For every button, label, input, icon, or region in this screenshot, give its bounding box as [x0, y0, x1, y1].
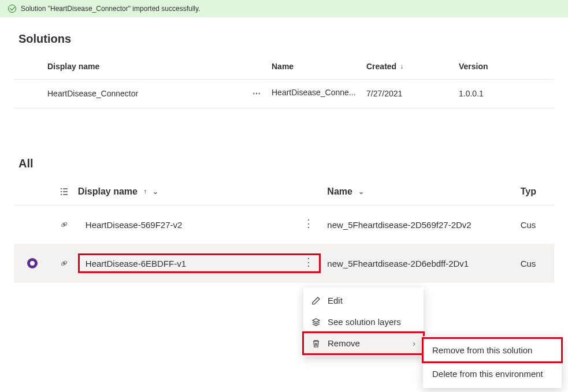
- menu-remove-label: Remove: [328, 338, 406, 348]
- col-display-name[interactable]: Display name: [47, 62, 272, 71]
- svg-point-7: [64, 224, 65, 226]
- comp-col-name[interactable]: Name ⌄: [327, 186, 520, 197]
- success-icon: [8, 5, 16, 13]
- comp-col-name-label: Name: [327, 186, 352, 197]
- notification-message: Solution "HeartDisease_Connector" import…: [21, 5, 200, 13]
- more-actions-icon[interactable]: ⋯: [253, 89, 272, 98]
- sort-asc-icon: ↑: [143, 188, 147, 196]
- component-row-selected[interactable]: HeartDisease-6EBDFF-v1 ⋮ new_5Fheartdise…: [14, 244, 554, 283]
- list-type-icon[interactable]: [51, 187, 78, 196]
- comp-col-type[interactable]: Typ: [521, 186, 554, 197]
- menu-edit[interactable]: Edit: [303, 290, 424, 311]
- context-menu: Edit See solution layers Remove ›: [303, 288, 424, 356]
- components-table: Display name ↑ ⌄ Name ⌄ Typ HeartDisease…: [0, 178, 568, 283]
- edit-icon: [311, 296, 321, 305]
- svg-point-9: [64, 263, 65, 264]
- menu-edit-label: Edit: [328, 296, 415, 305]
- sort-desc-icon: ↓: [400, 62, 403, 70]
- col-version[interactable]: Version: [459, 62, 551, 71]
- comp-col-display[interactable]: Display name ↑ ⌄: [78, 186, 328, 197]
- layers-icon: [311, 318, 321, 327]
- component-row[interactable]: HeartDisease-569F27-v2 ⋮ new_5Fheartdise…: [14, 206, 554, 244]
- components-header: Display name ↑ ⌄ Name ⌄ Typ: [14, 178, 554, 206]
- component-display-name: HeartDisease-569F27-v2: [86, 220, 302, 230]
- radio-checked-icon: [27, 258, 38, 268]
- component-name: new_5Fheartdisease-2D6ebdff-2Dv1: [327, 259, 520, 268]
- submenu-remove-from-solution[interactable]: Remove from this solution: [423, 338, 562, 362]
- solutions-heading: Solutions: [0, 17, 568, 54]
- col-created-label: Created: [366, 62, 396, 71]
- all-heading: All: [0, 109, 568, 178]
- comp-col-display-label: Display name: [78, 186, 138, 197]
- component-type: Cus: [521, 259, 554, 268]
- solution-version: 1.0.0.1: [459, 89, 551, 98]
- chevron-down-icon[interactable]: ⌄: [358, 188, 364, 196]
- solution-name: HeartDisease_Conne...: [272, 88, 356, 97]
- menu-layers[interactable]: See solution layers: [303, 311, 424, 333]
- connector-icon: [51, 259, 78, 268]
- submenu-remove-label: Remove from this solution: [432, 345, 552, 355]
- submenu: Remove from this solution Delete from th…: [423, 336, 562, 388]
- solutions-table-header: Display name Name Created ↓ Version: [14, 54, 554, 80]
- chevron-down-icon[interactable]: ⌄: [153, 188, 158, 196]
- col-name[interactable]: Name: [272, 62, 366, 71]
- more-actions-vertical-icon[interactable]: ⋮: [302, 218, 315, 231]
- component-type: Cus: [521, 220, 554, 230]
- solutions-table: Display name Name Created ↓ Version Hear…: [0, 54, 568, 109]
- highlight-annotation: HeartDisease-6EBDFF-v1 ⋮: [78, 253, 321, 273]
- connector-icon: [51, 220, 78, 229]
- more-actions-vertical-icon[interactable]: ⋮: [302, 257, 315, 270]
- menu-layers-label: See solution layers: [328, 317, 415, 327]
- solutions-table-row[interactable]: HeartDisease_Connector ⋯ HeartDisease_Co…: [14, 80, 554, 109]
- component-display-name: HeartDisease-6EBDFF-v1: [86, 259, 302, 268]
- solution-created: 7/27/2021: [366, 89, 459, 98]
- chevron-right-icon: ›: [413, 339, 415, 348]
- menu-remove[interactable]: Remove ›: [303, 333, 424, 354]
- solution-display-name: HeartDisease_Connector: [47, 89, 253, 98]
- trash-icon: [311, 339, 321, 348]
- component-name: new_5Fheartdisease-2D569f27-2Dv2: [327, 220, 520, 230]
- row-select-checked[interactable]: [14, 258, 51, 268]
- submenu-delete-from-environment[interactable]: Delete from this environment: [423, 362, 562, 386]
- notification-bar: Solution "HeartDisease_Connector" import…: [0, 0, 568, 17]
- col-created[interactable]: Created ↓: [366, 62, 459, 71]
- submenu-delete-label: Delete from this environment: [432, 369, 552, 379]
